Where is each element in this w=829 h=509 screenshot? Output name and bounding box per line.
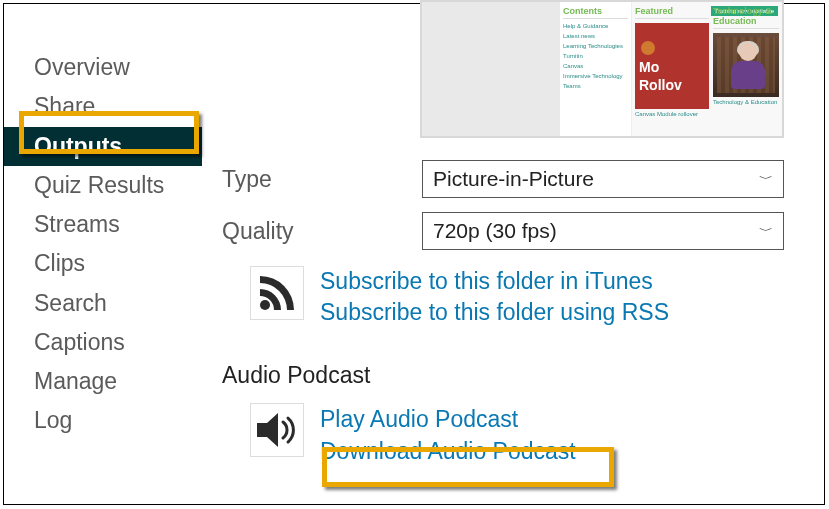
preview-pip-overlay: Technology & Education Technology & Educ… bbox=[710, 2, 782, 136]
subscribe-rss-link[interactable]: Subscribe to this folder using RSS bbox=[320, 297, 669, 328]
chevron-down-icon: ﹀ bbox=[759, 173, 773, 186]
output-preview-thumbnail: Training now available Contents Help & G… bbox=[420, 0, 784, 138]
preview-pip-video bbox=[713, 33, 779, 97]
download-audio-podcast-link[interactable]: Download Audio Podcast bbox=[320, 435, 576, 467]
audio-podcast-heading: Audio Podcast bbox=[222, 362, 804, 389]
sidebar-item-manage[interactable]: Manage bbox=[4, 362, 202, 401]
svg-point-1 bbox=[260, 300, 270, 310]
type-select[interactable]: Picture-in-Picture ﹀ bbox=[422, 160, 784, 198]
preview-featured-title-line2: Rollov bbox=[639, 77, 682, 93]
sidebar-item-share[interactable]: Share bbox=[4, 87, 202, 126]
preview-slide-area bbox=[422, 2, 560, 136]
preview-featured-title-line1: Mo bbox=[639, 59, 659, 75]
sidebar-item-search[interactable]: Search bbox=[4, 284, 202, 323]
subscribe-links: Subscribe to this folder in iTunes Subsc… bbox=[320, 266, 669, 328]
audio-podcast-section: Audio Podcast Play Audio Podcast Downloa… bbox=[222, 362, 804, 467]
type-label: Type bbox=[222, 166, 422, 193]
sidebar-item-log[interactable]: Log bbox=[4, 401, 202, 440]
outputs-main: Training now available Contents Help & G… bbox=[202, 4, 824, 504]
type-select-value: Picture-in-Picture bbox=[433, 167, 594, 191]
settings-sidebar: Overview Share Outputs Quiz Results Stre… bbox=[4, 4, 202, 504]
sidebar-item-streams[interactable]: Streams bbox=[4, 205, 202, 244]
subscribe-row: Subscribe to this folder in iTunes Subsc… bbox=[250, 266, 804, 328]
sidebar-item-overview[interactable]: Overview bbox=[4, 48, 202, 87]
preview-contents-panel: Contents Help & Guidance Latest news Lea… bbox=[560, 2, 632, 136]
preview-featured-card: Mo Rollov bbox=[635, 23, 709, 109]
audio-podcast-links: Play Audio Podcast Download Audio Podcas… bbox=[320, 403, 576, 467]
sidebar-item-captions[interactable]: Captions bbox=[4, 323, 202, 362]
preview-featured-logo-icon bbox=[641, 41, 655, 55]
preview-contents-item: Latest news bbox=[563, 31, 628, 41]
preview-right-caption: Technology & Education bbox=[713, 97, 779, 105]
preview-contents-item: Turnitin bbox=[563, 51, 628, 61]
audio-podcast-row: Play Audio Podcast Download Audio Podcas… bbox=[250, 403, 804, 467]
quality-row: Quality 720p (30 fps) ﹀ bbox=[222, 212, 804, 250]
preview-featured-heading: Featured bbox=[635, 6, 709, 19]
preview-contents-item: Canvas bbox=[563, 61, 628, 71]
preview-featured-panel: Featured Mo Rollov Canvas Module rollove… bbox=[632, 2, 712, 136]
output-form: Type Picture-in-Picture ﹀ Quality 720p (… bbox=[222, 160, 804, 467]
preview-pip-person bbox=[729, 43, 767, 91]
preview-contents-item: Help & Guidance bbox=[563, 21, 628, 31]
layout: Overview Share Outputs Quiz Results Stre… bbox=[4, 4, 824, 504]
quality-select[interactable]: 720p (30 fps) ﹀ bbox=[422, 212, 784, 250]
preview-featured-caption: Canvas Module rollover bbox=[635, 109, 709, 117]
preview-contents-heading: Contents bbox=[563, 6, 628, 19]
preview-contents-item: Immersive Technology bbox=[563, 71, 628, 81]
preview-right-heading: Technology & Education bbox=[713, 6, 779, 29]
quality-select-value: 720p (30 fps) bbox=[433, 219, 557, 243]
type-row: Type Picture-in-Picture ﹀ bbox=[222, 160, 804, 198]
sidebar-item-outputs[interactable]: Outputs bbox=[4, 127, 202, 166]
chevron-down-icon: ﹀ bbox=[759, 225, 773, 238]
settings-panel-frame: Overview Share Outputs Quiz Results Stre… bbox=[3, 3, 825, 505]
speaker-icon bbox=[250, 403, 304, 457]
svg-marker-2 bbox=[257, 413, 278, 447]
preview-contents-item: Teams bbox=[563, 81, 628, 91]
play-audio-podcast-link[interactable]: Play Audio Podcast bbox=[320, 403, 576, 435]
rss-icon bbox=[250, 266, 304, 320]
preview-contents-item: Learning Technologies bbox=[563, 41, 628, 51]
sidebar-item-clips[interactable]: Clips bbox=[4, 244, 202, 283]
quality-label: Quality bbox=[222, 218, 422, 245]
sidebar-item-quiz-results[interactable]: Quiz Results bbox=[4, 166, 202, 205]
subscribe-itunes-link[interactable]: Subscribe to this folder in iTunes bbox=[320, 266, 669, 297]
